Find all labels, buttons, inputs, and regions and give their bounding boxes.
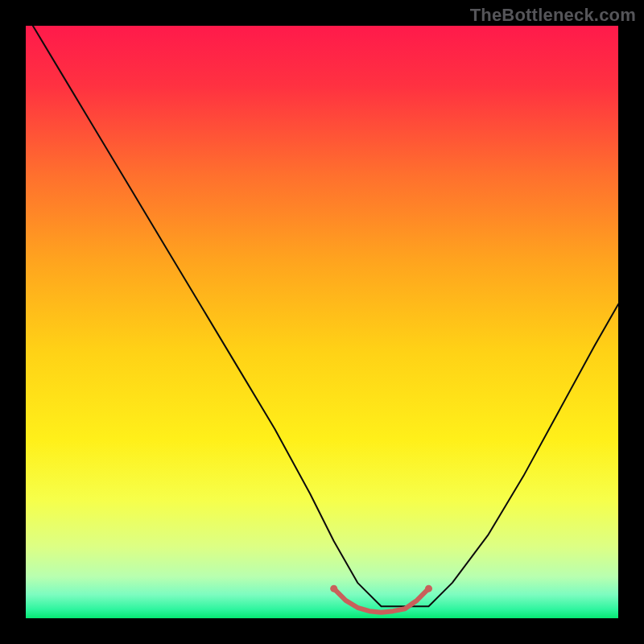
series-valley-highlight (334, 588, 429, 612)
plot-svg (26, 26, 618, 618)
marker-left-dot (330, 585, 337, 592)
chart-stage: TheBottleneck.com (0, 0, 644, 644)
marker-right-dot (425, 585, 432, 592)
plot-area (26, 26, 618, 618)
watermark-text: TheBottleneck.com (470, 5, 636, 26)
series-curve (26, 26, 618, 606)
